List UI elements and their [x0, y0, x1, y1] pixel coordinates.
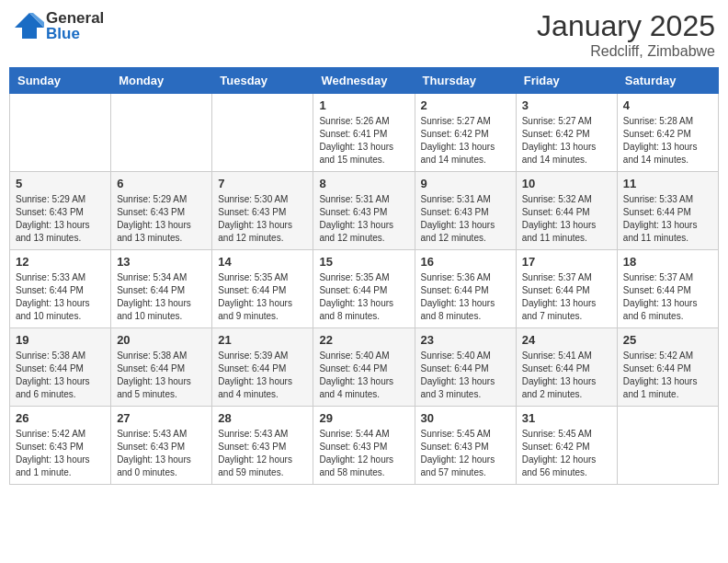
day-number: 1	[319, 98, 408, 112]
day-info: Sunrise: 5:38 AM Sunset: 6:44 PM Dayligh…	[117, 350, 206, 401]
day-cell: 29Sunrise: 5:44 AM Sunset: 6:43 PM Dayli…	[313, 407, 415, 485]
day-number: 8	[319, 177, 408, 190]
day-number: 5	[16, 177, 105, 190]
day-number: 22	[319, 333, 408, 347]
day-cell: 12Sunrise: 5:33 AM Sunset: 6:44 PM Dayli…	[10, 250, 111, 328]
day-cell: 10Sunrise: 5:32 AM Sunset: 6:44 PM Dayli…	[516, 172, 617, 250]
day-number: 20	[117, 333, 206, 347]
day-number: 25	[623, 333, 712, 347]
day-number: 23	[421, 333, 510, 347]
logo-blue: Blue	[46, 25, 80, 42]
day-info: Sunrise: 5:26 AM Sunset: 6:41 PM Dayligh…	[319, 115, 408, 167]
title-block: January 2025 Redcliff, Zimbabwe	[537, 9, 715, 60]
day-number: 4	[623, 98, 712, 112]
day-cell: 27Sunrise: 5:43 AM Sunset: 6:43 PM Dayli…	[111, 407, 212, 485]
day-cell: 1Sunrise: 5:26 AM Sunset: 6:41 PM Daylig…	[313, 94, 415, 172]
day-info: Sunrise: 5:34 AM Sunset: 6:44 PM Dayligh…	[117, 271, 206, 323]
day-info: Sunrise: 5:40 AM Sunset: 6:44 PM Dayligh…	[421, 350, 510, 401]
day-number: 28	[218, 411, 307, 425]
day-info: Sunrise: 5:28 AM Sunset: 6:42 PM Dayligh…	[623, 115, 712, 167]
day-cell: 23Sunrise: 5:40 AM Sunset: 6:44 PM Dayli…	[415, 328, 516, 407]
day-info: Sunrise: 5:35 AM Sunset: 6:44 PM Dayligh…	[218, 271, 307, 323]
day-cell: 28Sunrise: 5:43 AM Sunset: 6:43 PM Dayli…	[212, 407, 313, 485]
day-cell: 11Sunrise: 5:33 AM Sunset: 6:44 PM Dayli…	[617, 172, 718, 250]
day-info: Sunrise: 5:32 AM Sunset: 6:44 PM Dayligh…	[522, 193, 611, 245]
day-cell	[617, 407, 718, 485]
day-info: Sunrise: 5:33 AM Sunset: 6:44 PM Dayligh…	[623, 193, 712, 245]
day-cell: 20Sunrise: 5:38 AM Sunset: 6:44 PM Dayli…	[111, 328, 212, 407]
week-row-2: 12Sunrise: 5:33 AM Sunset: 6:44 PM Dayli…	[10, 250, 719, 328]
day-info: Sunrise: 5:27 AM Sunset: 6:42 PM Dayligh…	[421, 115, 510, 167]
col-header-thursday: Thursday	[415, 68, 516, 94]
week-row-1: 5Sunrise: 5:29 AM Sunset: 6:43 PM Daylig…	[10, 172, 719, 250]
day-info: Sunrise: 5:36 AM Sunset: 6:44 PM Dayligh…	[421, 271, 510, 323]
day-cell	[111, 94, 212, 172]
day-number: 13	[117, 255, 206, 269]
day-cell: 9Sunrise: 5:31 AM Sunset: 6:43 PM Daylig…	[415, 172, 516, 250]
day-info: Sunrise: 5:41 AM Sunset: 6:44 PM Dayligh…	[522, 350, 611, 401]
day-info: Sunrise: 5:29 AM Sunset: 6:43 PM Dayligh…	[16, 193, 105, 245]
calendar-header-row: SundayMondayTuesdayWednesdayThursdayFrid…	[10, 68, 719, 94]
day-number: 17	[522, 255, 611, 269]
day-number: 10	[522, 177, 611, 190]
day-cell: 21Sunrise: 5:39 AM Sunset: 6:44 PM Dayli…	[212, 328, 313, 407]
day-number: 21	[218, 333, 307, 347]
col-header-tuesday: Tuesday	[212, 68, 313, 94]
day-number: 3	[522, 98, 611, 112]
day-info: Sunrise: 5:42 AM Sunset: 6:43 PM Dayligh…	[16, 428, 105, 479]
day-number: 14	[218, 255, 307, 269]
day-info: Sunrise: 5:35 AM Sunset: 6:44 PM Dayligh…	[319, 271, 408, 323]
day-info: Sunrise: 5:37 AM Sunset: 6:44 PM Dayligh…	[522, 271, 611, 323]
day-number: 19	[16, 333, 105, 347]
day-cell	[212, 94, 313, 172]
day-number: 6	[117, 177, 206, 190]
day-info: Sunrise: 5:38 AM Sunset: 6:44 PM Dayligh…	[16, 350, 105, 401]
day-number: 15	[319, 255, 408, 269]
calendar-table: SundayMondayTuesdayWednesdayThursdayFrid…	[9, 67, 719, 485]
day-cell: 7Sunrise: 5:30 AM Sunset: 6:43 PM Daylig…	[212, 172, 313, 250]
day-number: 7	[218, 177, 307, 190]
day-cell: 14Sunrise: 5:35 AM Sunset: 6:44 PM Dayli…	[212, 250, 313, 328]
day-cell: 31Sunrise: 5:45 AM Sunset: 6:42 PM Dayli…	[516, 407, 617, 485]
day-cell: 6Sunrise: 5:29 AM Sunset: 6:43 PM Daylig…	[111, 172, 212, 250]
day-info: Sunrise: 5:29 AM Sunset: 6:43 PM Dayligh…	[117, 193, 206, 245]
week-row-3: 19Sunrise: 5:38 AM Sunset: 6:44 PM Dayli…	[10, 328, 719, 407]
day-info: Sunrise: 5:30 AM Sunset: 6:43 PM Dayligh…	[218, 193, 307, 245]
day-number: 16	[421, 255, 510, 269]
day-cell	[10, 94, 111, 172]
day-cell: 22Sunrise: 5:40 AM Sunset: 6:44 PM Dayli…	[313, 328, 415, 407]
day-cell: 2Sunrise: 5:27 AM Sunset: 6:42 PM Daylig…	[415, 94, 516, 172]
day-cell: 15Sunrise: 5:35 AM Sunset: 6:44 PM Dayli…	[313, 250, 415, 328]
day-info: Sunrise: 5:33 AM Sunset: 6:44 PM Dayligh…	[16, 271, 105, 323]
week-row-0: 1Sunrise: 5:26 AM Sunset: 6:41 PM Daylig…	[10, 94, 719, 172]
day-cell: 16Sunrise: 5:36 AM Sunset: 6:44 PM Dayli…	[415, 250, 516, 328]
day-info: Sunrise: 5:45 AM Sunset: 6:43 PM Dayligh…	[421, 428, 510, 479]
page-header: General Blue January 2025 Redcliff, Zimb…	[9, 9, 719, 60]
day-info: Sunrise: 5:39 AM Sunset: 6:44 PM Dayligh…	[218, 350, 307, 401]
day-number: 26	[16, 411, 105, 425]
day-cell: 5Sunrise: 5:29 AM Sunset: 6:43 PM Daylig…	[10, 172, 111, 250]
day-number: 12	[16, 255, 105, 269]
day-info: Sunrise: 5:45 AM Sunset: 6:42 PM Dayligh…	[522, 428, 611, 479]
day-cell: 13Sunrise: 5:34 AM Sunset: 6:44 PM Dayli…	[111, 250, 212, 328]
col-header-saturday: Saturday	[617, 68, 718, 94]
day-cell: 18Sunrise: 5:37 AM Sunset: 6:44 PM Dayli…	[617, 250, 718, 328]
day-info: Sunrise: 5:42 AM Sunset: 6:44 PM Dayligh…	[623, 350, 712, 401]
day-cell: 17Sunrise: 5:37 AM Sunset: 6:44 PM Dayli…	[516, 250, 617, 328]
location-subtitle: Redcliff, Zimbabwe	[537, 43, 715, 60]
day-cell: 30Sunrise: 5:45 AM Sunset: 6:43 PM Dayli…	[415, 407, 516, 485]
day-info: Sunrise: 5:31 AM Sunset: 6:43 PM Dayligh…	[319, 193, 408, 245]
day-number: 24	[522, 333, 611, 347]
day-cell: 3Sunrise: 5:27 AM Sunset: 6:42 PM Daylig…	[516, 94, 617, 172]
day-number: 27	[117, 411, 206, 425]
day-info: Sunrise: 5:27 AM Sunset: 6:42 PM Dayligh…	[522, 115, 611, 167]
day-number: 29	[319, 411, 408, 425]
day-cell: 25Sunrise: 5:42 AM Sunset: 6:44 PM Dayli…	[617, 328, 718, 407]
day-number: 2	[421, 98, 510, 112]
logo: General Blue	[13, 9, 104, 42]
col-header-sunday: Sunday	[10, 68, 111, 94]
day-cell: 4Sunrise: 5:28 AM Sunset: 6:42 PM Daylig…	[617, 94, 718, 172]
day-number: 9	[421, 177, 510, 190]
day-number: 31	[522, 411, 611, 425]
day-cell: 19Sunrise: 5:38 AM Sunset: 6:44 PM Dayli…	[10, 328, 111, 407]
